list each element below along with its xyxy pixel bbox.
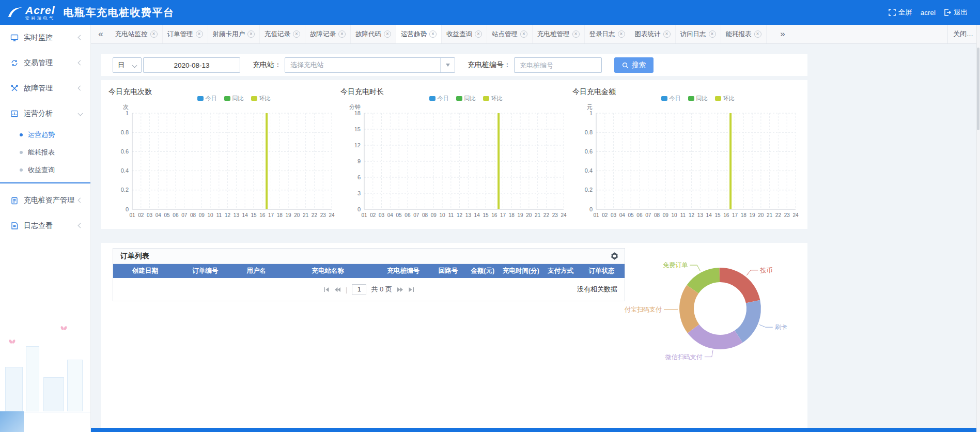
svg-text:10: 10 [439,212,445,218]
fullscreen-button[interactable]: 全屏 [889,8,912,17]
page-input[interactable] [352,284,366,295]
svg-text:21: 21 [303,212,309,218]
vertical-scrollbar-thumb[interactable] [977,48,979,130]
vertical-scrollbar-track[interactable] [976,25,980,432]
tab-close-icon[interactable]: × [384,30,391,38]
legend-item-环比[interactable]: 环比 [251,95,271,102]
svg-text:15: 15 [483,212,489,218]
tab-订单管理[interactable]: 订单管理× [163,25,208,43]
svg-text:21: 21 [767,212,773,218]
legend-item-环比[interactable]: 环比 [715,95,735,102]
tab-close-icon[interactable]: × [663,30,671,38]
tab-close-icon[interactable]: × [247,30,255,38]
tab-运营趋势[interactable]: 运营趋势× [396,25,442,43]
bar-chart: 00.20.40.60.8101020304050607080910111213… [108,103,340,230]
tab-充电站监控[interactable]: 充电站监控× [111,25,163,43]
sidebar-item-log-view[interactable]: 日志查看 [0,213,90,238]
tab-故障代码[interactable]: 故障代码× [351,25,396,43]
chevron-down-icon [78,111,83,116]
tab-close-icon[interactable]: × [475,30,482,38]
tab-close-icon[interactable]: × [338,30,346,38]
svg-text:22: 22 [312,212,318,218]
tab-站点管理[interactable]: 站点管理× [487,25,533,43]
tab-收益查询[interactable]: 收益查询× [442,25,487,43]
orders-title: 订单列表 [120,252,149,261]
orders-header-row: 创建日期订单编号用户名充电站名称充电桩编号回路号金额(元)充电时间(分)支付方式… [113,264,625,278]
legend-item-环比[interactable]: 环比 [483,95,503,102]
tab-登录日志[interactable]: 登录日志× [585,25,630,43]
fault-tools-icon [10,84,19,92]
svg-text:06: 06 [636,212,643,218]
tab-能耗报表[interactable]: 能耗报表× [721,25,767,43]
legend-item-同比[interactable]: 同比 [456,95,476,102]
bar-chart-svg: 00.20.40.60.8101020304050607080910111213… [572,103,801,228]
legend-item-今日[interactable]: 今日 [661,95,681,102]
legend-item-同比[interactable]: 同比 [224,95,244,102]
station-select[interactable]: 选择充电站 [285,57,455,73]
last-page-button[interactable] [408,287,415,292]
tab-图表统计[interactable]: 图表统计× [630,25,676,43]
tab-close-icon[interactable]: × [572,30,580,38]
tab-射频卡用户[interactable]: 射频卡用户× [208,25,260,43]
tab-close-icon[interactable]: × [618,30,625,38]
tab-close-icon[interactable]: × [196,30,203,38]
tab-充值记录[interactable]: 充值记录× [260,25,305,43]
tab-close-icon[interactable]: × [709,30,716,38]
butterfly-icon [61,326,67,331]
tab-充电桩管理[interactable]: 充电桩管理× [533,25,585,43]
logout-button[interactable]: 退出 [944,8,968,17]
search-icon [622,62,629,69]
prev-page-button[interactable] [334,287,341,292]
tabs-scroll-left-button[interactable]: « [91,25,111,43]
sidebar-item-fault[interactable]: 故障管理 [0,75,90,101]
search-button[interactable]: 搜索 [614,57,654,73]
column-header: 充电站名称 [279,267,377,275]
close-operations-menu[interactable]: 关闭操作 [947,25,976,43]
tab-close-icon[interactable]: × [754,30,761,38]
svg-text:17: 17 [268,212,274,218]
tab-故障记录[interactable]: 故障记录× [305,25,351,43]
legend-item-同比[interactable]: 同比 [688,95,708,102]
legend-item-今日[interactable]: 今日 [429,95,449,102]
svg-text:03: 03 [379,212,385,218]
chart-panel-charge-count: 今日充电次数今日同比环比 00.20.40.60.810102030405060… [108,87,340,229]
tabs-scroll-right-button[interactable]: » [773,25,792,43]
svg-text:0.6: 0.6 [585,148,593,155]
svg-text:0.4: 0.4 [121,167,129,174]
tab-close-icon[interactable]: × [429,30,437,38]
svg-text:16: 16 [259,212,266,218]
username[interactable]: acrel [921,9,936,17]
sidebar-item-transaction[interactable]: 交易管理 [0,50,90,75]
sidebar-submenu: 运营趋势 能耗报表 收益查询 [0,126,90,183]
orders-section: 订单列表 创建日期订单编号用户名充电站名称充电桩编号回路号金额(元)充电时间(分… [101,243,807,428]
tab-label: 收益查询 [446,30,472,39]
sidebar-subitem-energy-report[interactable]: 能耗报表 [0,144,90,161]
sidebar-subitem-revenue-query[interactable]: 收益查询 [0,161,90,179]
tab-close-icon[interactable]: × [150,30,158,38]
date-input[interactable] [143,57,240,73]
legend-item-今日[interactable]: 今日 [197,95,217,102]
sidebar-item-operation-analysis[interactable]: 运营分析 [0,101,90,126]
sidebar-subitem-operation-trend[interactable]: 运营趋势 [0,126,90,144]
svg-text:08: 08 [422,212,428,218]
tab-label: 充电站监控 [115,30,148,39]
column-header: 支付方式 [543,267,579,275]
tab-访问日志[interactable]: 访问日志× [676,25,721,43]
tab-label: 登录日志 [589,30,615,39]
tab-close-icon[interactable]: × [520,30,527,38]
svg-text:17: 17 [732,212,738,218]
first-page-button[interactable] [323,287,330,292]
svg-text:02: 02 [138,212,144,218]
settings-icon[interactable] [611,252,618,260]
tab-close-icon[interactable]: × [293,30,300,38]
sidebar-item-realtime-monitor[interactable]: 实时监控 [0,25,90,50]
pile-number-input[interactable] [514,57,602,73]
svg-text:0.2: 0.2 [121,187,129,193]
period-select[interactable]: 日 [113,57,142,73]
horizontal-scrollbar[interactable] [91,428,976,432]
svg-text:21: 21 [535,212,541,218]
next-page-button[interactable] [397,287,403,292]
svg-text:04: 04 [155,212,162,218]
sidebar-item-pile-assets[interactable]: 充电桩资产管理 [0,188,90,213]
sidebar-subitem-label: 能耗报表 [28,148,55,157]
